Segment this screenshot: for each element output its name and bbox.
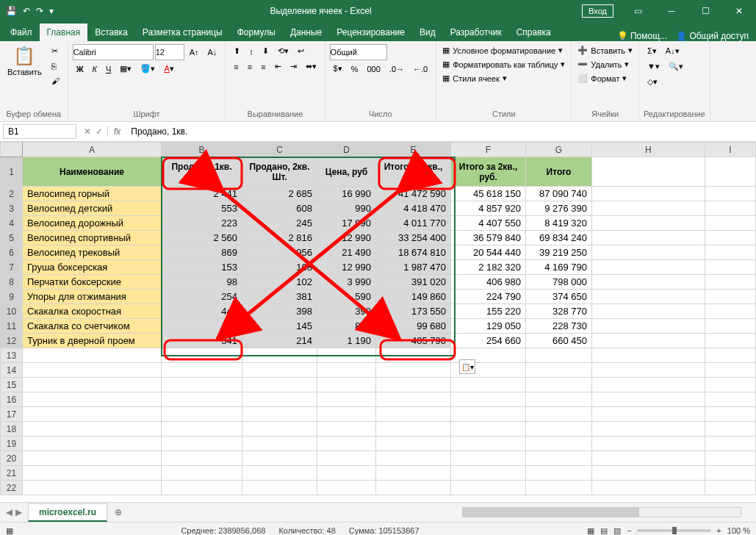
find-icon[interactable]: 🔍▾ (665, 60, 687, 73)
add-sheet-button[interactable]: ⊕ (107, 507, 129, 517)
insert-cells-button[interactable]: ➕Вставить▾ (576, 44, 634, 57)
delete-cells-button[interactable]: ➖Удалить▾ (576, 58, 630, 71)
sheet-tab[interactable]: microexcel.ru (28, 503, 107, 522)
share-button[interactable]: 👤 Общий доступ (676, 31, 749, 41)
formula-input[interactable]: Продано, 1кв. (126, 125, 756, 138)
tab-data[interactable]: Данные (283, 24, 329, 41)
merge-icon[interactable]: ⬌▾ (302, 60, 320, 73)
window-title: Выделение ячеек - Excel (60, 6, 582, 16)
sort-filter-icon[interactable]: A↓▾ (662, 44, 683, 58)
increase-decimal-icon[interactable]: .0→ (386, 62, 408, 76)
status-count: Количество: 48 (278, 526, 335, 535)
fx-icon[interactable]: fx (108, 126, 126, 137)
annotation-overlay (0, 142, 756, 502)
decrease-font-icon[interactable]: A↓ (204, 46, 220, 59)
save-icon[interactable]: 💾 (6, 6, 17, 16)
enter-formula-icon[interactable]: ✓ (96, 126, 103, 137)
cell-styles-icon: ▦ (442, 73, 450, 83)
tab-developer[interactable]: Разработчик (443, 24, 509, 41)
close-button[interactable]: ✕ (722, 0, 756, 21)
number-format-combo[interactable] (330, 44, 387, 60)
decrease-decimal-icon[interactable]: ←.0 (409, 62, 431, 76)
group-label: Число (330, 108, 432, 118)
name-box[interactable]: B1 (3, 124, 76, 139)
font-color-icon[interactable]: A▾ (160, 62, 177, 76)
zoom-out-icon[interactable]: − (627, 526, 631, 535)
comma-icon[interactable]: 000 (364, 62, 384, 76)
ribbon-options-icon[interactable]: ▭ (621, 0, 655, 21)
font-name-combo[interactable] (73, 44, 154, 60)
format-icon: ⬜ (577, 73, 588, 83)
align-bottom-icon[interactable]: ⬇ (259, 44, 273, 58)
underline-button[interactable]: Ч (102, 62, 115, 76)
tab-help[interactable]: Справка (509, 24, 558, 41)
clear-icon[interactable]: ◇▾ (644, 75, 661, 89)
fill-color-icon[interactable]: 🪣▾ (137, 62, 159, 76)
cut-icon[interactable]: ✂ (48, 44, 63, 58)
paste-button[interactable]: 📋 Вставить (4, 44, 45, 78)
tab-layout[interactable]: Разметка страницы (135, 24, 230, 41)
undo-icon[interactable]: ↶ (23, 6, 30, 16)
formula-bar: B1 ✕ ✓ fx Продано, 1кв. (0, 122, 756, 142)
conditional-formatting-button[interactable]: ▦Условное форматирование▾ (441, 44, 564, 57)
align-right-icon[interactable]: ≡ (257, 60, 269, 73)
format-painter-icon[interactable]: 🖌 (48, 74, 63, 87)
cell-styles-button[interactable]: ▦Стили ячеек▾ (441, 72, 508, 85)
align-center-icon[interactable]: ≡ (244, 60, 256, 73)
worksheet-grid[interactable]: ABCDEFGHI1НаименованиеПродано, 1кв. Шт.П… (0, 142, 756, 502)
red-highlight-e12 (381, 340, 455, 359)
format-as-table-button[interactable]: ▦Форматировать как таблицу▾ (441, 58, 566, 71)
autosum-icon[interactable]: Σ▾ (644, 44, 660, 58)
fill-icon[interactable]: ▼▾ (644, 60, 663, 73)
italic-button[interactable]: К (89, 62, 101, 76)
group-alignment: ⬆ ↕ ⬇ ⟲▾ ↩ ≡ ≡ ≡ ⇤ ⇥ ⬌▾ Выравнивание (226, 41, 325, 121)
indent-increase-icon[interactable]: ⇥ (287, 60, 300, 73)
tab-insert[interactable]: Вставка (87, 24, 135, 41)
tab-file[interactable]: Файл (3, 24, 40, 41)
align-middle-icon[interactable]: ↕ (245, 45, 257, 58)
increase-font-icon[interactable]: A↑ (186, 46, 203, 59)
tab-formulas[interactable]: Формулы (230, 24, 283, 41)
cancel-formula-icon[interactable]: ✕ (84, 126, 91, 137)
indent-decrease-icon[interactable]: ⇤ (271, 60, 285, 73)
align-left-icon[interactable]: ≡ (230, 60, 242, 73)
view-normal-icon[interactable]: ▦ (587, 526, 594, 536)
format-cells-button[interactable]: ⬜Формат▾ (576, 72, 628, 85)
bold-button[interactable]: Ж (73, 62, 87, 76)
group-styles: ▦Условное форматирование▾ ▦Форматировать… (436, 41, 572, 121)
percent-icon[interactable]: % (348, 62, 362, 76)
orientation-icon[interactable]: ⟲▾ (274, 44, 292, 58)
zoom-slider[interactable] (637, 529, 710, 532)
qat-dropdown-icon[interactable]: ▾ (49, 6, 54, 16)
status-bar: ▦ Среднее: 2389856,068 Количество: 48 Су… (0, 522, 756, 535)
status-sum: Сумма: 105153667 (349, 526, 420, 535)
group-label: Выравнивание (230, 108, 320, 118)
tell-me-icon[interactable]: 💡 Помощ... (617, 31, 667, 41)
group-font: A↑ A↓ Ж К Ч ▦▾ 🪣▾ A▾ Шрифт (68, 41, 226, 121)
currency-icon[interactable]: $▾ (330, 62, 346, 76)
group-label: Редактирование (644, 108, 705, 118)
tab-view[interactable]: Вид (412, 24, 443, 41)
login-button[interactable]: Вход (582, 4, 613, 18)
tab-review[interactable]: Рецензирование (329, 24, 412, 41)
sheet-nav-prev-icon[interactable]: ◀ (6, 507, 12, 517)
maximize-button[interactable]: ☐ (688, 0, 722, 21)
delete-icon: ➖ (577, 60, 588, 69)
group-label: Ячейки (576, 108, 634, 118)
paste-icon: 📋 (13, 46, 35, 66)
sheet-nav-next-icon[interactable]: ▶ (15, 507, 22, 517)
align-top-icon[interactable]: ⬆ (230, 44, 244, 58)
zoom-in-icon[interactable]: + (716, 526, 721, 535)
tab-home[interactable]: Главная (40, 24, 88, 41)
title-bar: 💾 ↶ ↷ ▾ Выделение ячеек - Excel Вход ▭ ─… (0, 0, 756, 21)
wrap-text-icon[interactable]: ↩ (294, 44, 308, 58)
font-size-combo[interactable] (155, 44, 184, 60)
view-layout-icon[interactable]: ▤ (600, 526, 608, 536)
zoom-level[interactable]: 100 % (727, 526, 750, 535)
copy-icon[interactable]: ⎘ (48, 60, 63, 73)
view-pagebreak-icon[interactable]: ▧ (613, 526, 621, 536)
minimize-button[interactable]: ─ (655, 0, 688, 21)
border-icon[interactable]: ▦▾ (116, 62, 135, 76)
horizontal-scrollbar[interactable] (129, 507, 756, 517)
redo-icon[interactable]: ↷ (36, 6, 43, 16)
